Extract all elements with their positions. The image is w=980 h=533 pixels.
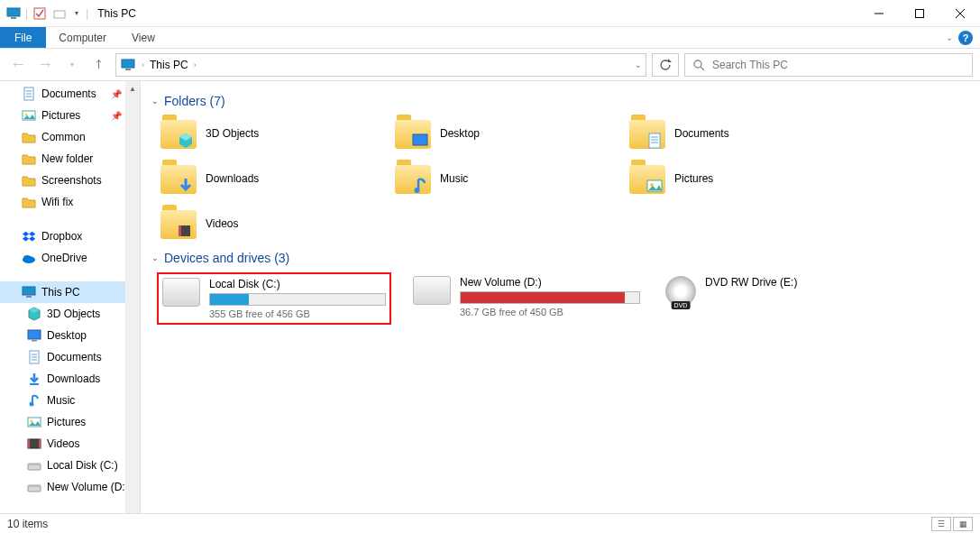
sidebar-item-3d-objects[interactable]: 3D Objects [0,303,140,325]
svg-rect-0 [7,8,20,16]
svg-rect-23 [32,340,37,342]
svg-rect-5 [915,9,923,17]
chevron-down-icon: ⌄ [151,96,159,106]
sidebar-item-label: Desktop [47,329,87,342]
pic-icon [27,415,41,429]
sidebar-item-desktop[interactable]: Desktop [0,325,140,346]
svg-rect-1 [11,17,16,19]
drive-capacity-bar [460,291,640,304]
view-details-button[interactable]: ☰ [931,517,951,531]
section-drives-label: Devices and drives (3) [164,251,289,265]
chevron-right-icon[interactable]: › [142,60,144,69]
drive-dvd-rw-drive-e-[interactable]: DVD RW Drive (E:) [662,272,896,325]
drive-new-volume-d-[interactable]: New Volume (D:) 36.7 GB free of 450 GB [409,272,644,325]
status-text: 10 items [7,518,48,530]
sidebar-item-label: Dropbox [41,230,82,243]
drive-local-disk-c-[interactable]: Local Disk (C:) 355 GB free of 456 GB [157,272,391,325]
sidebar-item-label: New folder [41,152,93,165]
pin-icon: 📌 [111,111,122,121]
vid-icon [177,222,195,240]
folder-label: Desktop [440,127,480,140]
search-input[interactable]: Search This PC [684,53,973,77]
folder-downloads[interactable]: Downloads [160,161,386,197]
qat-dropdown-icon[interactable]: ▾ [71,9,82,17]
sidebar-item-thispc[interactable]: This PC [0,281,140,303]
minimize-button[interactable] [858,0,899,27]
qat-separator: | [25,7,28,20]
folder-documents[interactable]: Documents [629,115,855,152]
folder-icon [160,115,197,152]
sidebar-item-wifi-fix[interactable]: Wifi fix [0,191,140,213]
close-button[interactable] [939,0,980,27]
sidebar-item-pictures[interactable]: Pictures [0,411,140,433]
sidebar-item-videos[interactable]: Videos [0,433,140,455]
sidebar-item-documents[interactable]: Documents [0,346,140,368]
sidebar-item-dropbox[interactable]: Dropbox [0,225,140,247]
sidebar-item-screenshots[interactable]: Screenshots [0,170,140,191]
sidebar: Documents 📌 Pictures 📌 Common New folder… [0,81,141,523]
sidebar-item-pictures[interactable]: Pictures 📌 [0,105,140,126]
thispc-icon [120,57,136,73]
window-title: This PC [97,7,136,20]
folder-3d-objects[interactable]: 3D Objects [160,115,386,152]
address-dropdown-icon[interactable]: ⌄ [635,60,642,69]
doc-icon [22,87,36,101]
section-folders[interactable]: ⌄ Folders (7) [151,94,969,108]
folder-videos[interactable]: Videos [160,206,386,242]
sidebar-item-onedrive[interactable]: OneDrive [0,247,140,269]
breadcrumb[interactable]: This PC [150,59,188,71]
tab-computer[interactable]: Computer [46,27,119,48]
chevron-right-icon[interactable]: › [194,60,197,69]
up-button[interactable]: 🡑 [88,54,110,76]
tab-file[interactable]: File [0,27,46,48]
back-button[interactable]: 🡐 [7,54,29,76]
sidebar-item-label: Documents [47,351,102,363]
folder-label: Pictures [674,172,713,185]
svg-rect-2 [34,8,45,19]
folder-icon [160,161,197,197]
doc-icon [27,350,41,364]
main-pane: ⌄ Folders (7) 3D Objects Desktop Documen… [141,81,980,523]
doc-icon [646,132,664,150]
svg-rect-48 [179,225,181,236]
maximize-button[interactable] [899,0,939,27]
disk-icon [27,480,41,494]
qat-properties-icon[interactable] [32,5,48,22]
folder-music[interactable]: Music [395,161,620,197]
search-icon [692,59,705,71]
view-large-button[interactable]: ▦ [953,517,973,531]
help-icon[interactable]: ? [958,31,973,45]
sidebar-item-new-volume-d-[interactable]: New Volume (D: [0,476,140,498]
folder-desktop[interactable]: Desktop [395,115,620,152]
address-bar[interactable]: › This PC › ⌄ [115,53,646,77]
folder-icon [22,195,36,209]
music-icon [411,177,429,195]
sidebar-item-new-folder[interactable]: New folder [0,148,140,170]
tab-view[interactable]: View [119,27,168,48]
ribbon-expand-icon[interactable]: ⌄ [946,32,953,42]
sidebar-item-documents[interactable]: Documents 📌 [0,83,140,105]
sidebar-item-downloads[interactable]: Downloads [0,368,140,390]
sidebar-item-common[interactable]: Common [0,126,140,148]
sidebar-item-label: OneDrive [41,252,87,264]
folder-pictures[interactable]: Pictures [629,161,855,197]
scroll-up-icon[interactable]: ▲ [125,81,140,96]
dropbox-icon [22,229,36,244]
section-drives[interactable]: ⌄ Devices and drives (3) [151,251,969,265]
svg-rect-32 [28,439,41,448]
qat-newfolder-icon[interactable] [51,5,68,22]
recent-dropdown-icon[interactable]: ▾ [61,54,83,76]
qat-separator: | [86,7,88,20]
sidebar-item-music[interactable]: Music [0,390,140,411]
disk-icon [413,276,451,305]
desktop-icon [27,328,41,343]
sidebar-item-local-disk-c-[interactable]: Local Disk (C:) [0,455,140,476]
refresh-button[interactable] [652,53,679,77]
forward-button[interactable]: 🡒 [34,54,56,76]
svg-line-11 [701,67,704,70]
folder-icon [22,173,36,188]
sidebar-item-label: Documents [41,87,96,100]
sidebar-item-label: Pictures [47,416,86,428]
folder-icon [395,115,431,152]
sidebar-scrollbar[interactable]: ▲ ▼ [125,81,140,523]
